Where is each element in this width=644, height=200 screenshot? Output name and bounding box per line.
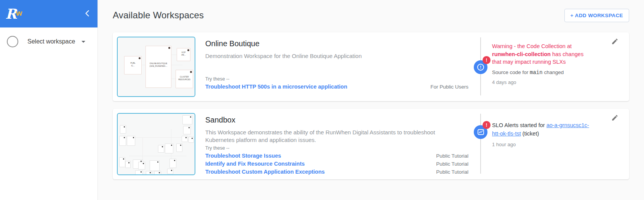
slo-chart-icon[interactable]: ! (474, 125, 487, 139)
map-node (119, 157, 125, 167)
workspace-description: This Workspace demonstrates the ability … (205, 129, 449, 144)
try-these-label: Try these -- (205, 145, 468, 151)
notification-body: Warning - the Code Collection at runwhen… (474, 37, 599, 85)
try-these-label: Try these -- (205, 76, 468, 82)
map-node: ONLINE-BOUTIQUE(GKE_RUNWHEN-... (145, 46, 171, 88)
edit-workspace-button[interactable] (610, 113, 620, 124)
logo-letter-w: w (16, 9, 22, 17)
workspace-selector-label: Select workspace (27, 38, 75, 45)
map-node: PUBLIC... (124, 56, 142, 74)
workspace-avatar-circle-icon (7, 36, 18, 47)
add-workspace-button[interactable]: + ADD WORKSPACE (564, 9, 629, 22)
tutorial-link[interactable]: Troubleshoot Storage Issues (205, 153, 281, 159)
map-node (119, 136, 126, 146)
tutorial-link-row: Troubleshoot HTTP 500s in a microservice… (205, 84, 468, 90)
timeline-rail (480, 114, 481, 174)
warning-message: Warning - the Code Collection at runwhen… (492, 42, 594, 66)
map-node (176, 144, 182, 152)
page-title: Available Workspaces (113, 10, 204, 21)
tutorial-link[interactable]: Troubleshoot HTTP 500s in a microservice… (205, 84, 347, 90)
node-status-dot (139, 57, 141, 59)
workspace-title[interactable]: Sandbox (205, 116, 468, 124)
pencil-edit-icon (611, 40, 618, 46)
map-node (154, 171, 161, 175)
workspace-summary: Online Boutique Demonstration Workspace … (205, 37, 468, 97)
tutorial-link[interactable]: Identify and Fix Resource Constraints (205, 161, 305, 167)
chevron-left-icon (85, 10, 89, 18)
map-node (127, 136, 135, 146)
workspace-list: PUBLIC... ONLINE-BOUTIQUE(GKE_RUNWHEN-..… (113, 32, 629, 179)
map-node (146, 171, 152, 175)
workspace-selector[interactable]: Select workspace (0, 27, 97, 47)
alert-count-badge: ! (483, 121, 491, 129)
map-node (182, 136, 188, 142)
map-node (125, 161, 131, 168)
sidebar-collapse-button[interactable] (84, 9, 91, 19)
pencil-edit-icon (611, 117, 618, 123)
tutorial-audience-label: Public Tutorial (436, 153, 468, 159)
map-node: CLUSTERRESOURCES (176, 70, 193, 88)
slo-alert-message: SLO Alerts started for ao-a-grnsucsc1c-h… (492, 121, 594, 138)
tutorial-audience-label: Public Tutorial (436, 169, 468, 175)
map-node (158, 145, 164, 153)
notification-column: ! SLO Alerts started for ao-a-grnsucsc1c… (474, 113, 625, 175)
map-node (165, 144, 173, 153)
map-node (138, 162, 145, 169)
edit-workspace-button[interactable] (610, 37, 620, 47)
workspace-card-sandbox: Sandbox This Workspace demonstrates the … (113, 109, 629, 179)
notification-timestamp: 4 days ago (492, 79, 599, 85)
sidebar: R w Select workspace (0, 0, 98, 200)
exclamation-circle-icon: ! (477, 64, 484, 71)
map-node (120, 125, 126, 134)
workspace-summary: Sandbox This Workspace demonstrates the … (205, 113, 468, 175)
workspace-description: Demonstration Workspace for the Online B… (205, 52, 449, 60)
node-status-dot (190, 71, 192, 73)
logo-letter-r: R (5, 6, 17, 21)
map-node: GCPPR... (177, 48, 190, 61)
sidebar-header: R w (0, 0, 97, 27)
main-content: Available Workspaces + ADD WORKSPACE PUB… (98, 8, 644, 179)
runwhen-logo[interactable]: R w (5, 6, 22, 21)
map-node (189, 137, 194, 143)
branch-name: main (530, 69, 543, 76)
workspace-map-thumbnail[interactable]: PUBLIC... ONLINE-BOUTIQUE(GKE_RUNWHEN-..… (117, 37, 195, 97)
page-header: Available Workspaces + ADD WORKSPACE (113, 8, 629, 22)
tutorial-link-row: Identify and Fix Resource Constraints Pu… (205, 161, 468, 167)
warning-alert-icon[interactable]: ! ! (474, 60, 487, 74)
tutorial-link-row: Troubleshoot Storage Issues Public Tutor… (205, 153, 468, 159)
workspace-title[interactable]: Online Boutique (205, 39, 468, 48)
workspace-card-online-boutique: PUBLIC... ONLINE-BOUTIQUE(GKE_RUNWHEN-..… (113, 32, 629, 101)
notification-timestamp: 1 hour ago (492, 142, 599, 147)
tutorial-link-row: Troubleshoot Custom Application Exceptio… (205, 169, 468, 175)
alert-count-badge: ! (483, 56, 491, 64)
map-node (167, 169, 173, 174)
tutorial-audience-label: Public Tutorial (436, 161, 468, 167)
workspace-map-thumbnail[interactable] (117, 113, 195, 175)
tutorial-link[interactable]: Troubleshoot Custom Application Exceptio… (205, 169, 325, 175)
notification-body: SLO Alerts started for ao-a-grnsucsc1c-h… (474, 113, 599, 147)
map-node (150, 160, 160, 171)
node-status-dot (168, 47, 170, 49)
map-node (182, 115, 192, 124)
map-node (183, 126, 191, 134)
source-change-detail: Source code for main changed (492, 69, 599, 76)
tutorial-audience-label: For Public Users (430, 84, 468, 90)
map-node (135, 170, 143, 175)
map-node (169, 159, 176, 168)
notification-column: ! ! Warning - the Code Collection at run… (474, 37, 625, 97)
chevron-down-icon (81, 41, 85, 43)
node-status-dot (187, 49, 189, 51)
